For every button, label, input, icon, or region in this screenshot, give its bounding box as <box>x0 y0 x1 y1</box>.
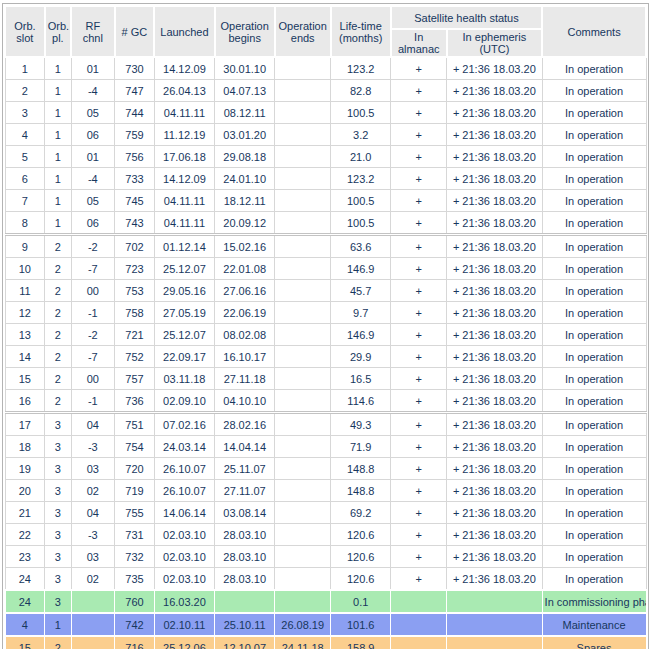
cell-slot: 24 <box>5 568 45 591</box>
cell-begins: 16.10.17 <box>215 346 275 368</box>
cell-begins: 20.09.12 <box>215 212 275 235</box>
cell-comments: In operation <box>542 546 646 568</box>
cell-slot: 1 <box>5 57 45 80</box>
cell-gc: 756 <box>115 146 155 168</box>
cell-ends <box>275 346 331 368</box>
table-row: 510175617.06.1829.08.1821.0++ 21:36 18.0… <box>5 146 646 168</box>
cell-life: 16.5 <box>331 368 391 390</box>
cell-pl: 3 <box>45 590 71 613</box>
cell-pl: 1 <box>45 613 71 636</box>
cell-begins: 14.04.14 <box>215 436 275 458</box>
cell-rf: -2 <box>71 235 115 258</box>
cell-begins: 08.12.11 <box>215 102 275 124</box>
cell-ends <box>275 235 331 258</box>
cell-rf: 06 <box>71 124 115 146</box>
cell-launched: 04.11.11 <box>154 102 214 124</box>
table-row: 810674304.11.1120.09.12100.5++ 21:36 18.… <box>5 212 646 235</box>
cell-launched: 25.12.06 <box>154 636 214 649</box>
cell-ephemeris: + 21:36 18.03.20 <box>447 502 543 524</box>
cell-almanac: + <box>391 302 447 324</box>
cell-ends: 24.11.18 <box>275 636 331 649</box>
cell-ephemeris: + 21:36 18.03.20 <box>447 390 543 413</box>
cell-launched: 02.09.10 <box>154 390 214 413</box>
table-row: 310574404.11.1108.12.11100.5++ 21:36 18.… <box>5 102 646 124</box>
cell-slot: 18 <box>5 436 45 458</box>
cell-almanac: + <box>391 368 447 390</box>
cell-ephemeris <box>447 590 543 613</box>
cell-comments: In operation <box>542 502 646 524</box>
cell-rf: -4 <box>71 168 115 190</box>
cell-life: 9.7 <box>331 302 391 324</box>
cell-begins: 03.01.20 <box>215 124 275 146</box>
cell-slot: 13 <box>5 324 45 346</box>
cell-begins: 12.10.07 <box>215 636 275 649</box>
cell-comments: In operation <box>542 458 646 480</box>
cell-rf: 03 <box>71 546 115 568</box>
cell-comments: In operation <box>542 212 646 235</box>
cell-launched: 16.03.20 <box>154 590 214 613</box>
cell-slot: 23 <box>5 546 45 568</box>
cell-comments: In operation <box>542 413 646 436</box>
header-operation-begins: Operation begins <box>215 6 275 57</box>
cell-almanac: + <box>391 324 447 346</box>
cell-rf: 00 <box>71 280 115 302</box>
cell-life: 114.6 <box>331 390 391 413</box>
cell-ephemeris: + 21:36 18.03.20 <box>447 524 543 546</box>
cell-almanac: + <box>391 390 447 413</box>
cell-ephemeris: + 21:36 18.03.20 <box>447 568 543 591</box>
cell-almanac: + <box>391 502 447 524</box>
cell-slot: 3 <box>5 102 45 124</box>
cell-comments: In operation <box>542 480 646 502</box>
cell-pl: 3 <box>45 413 71 436</box>
table-row: 2030271926.10.0727.11.07148.8++ 21:36 18… <box>5 480 646 502</box>
cell-gc: 758 <box>115 302 155 324</box>
cell-life: 49.3 <box>331 413 391 436</box>
cell-pl: 1 <box>45 102 71 124</box>
cell-gc: 731 <box>115 524 155 546</box>
cell-ends <box>275 80 331 102</box>
cell-launched: 14.06.14 <box>154 502 214 524</box>
cell-gc: 745 <box>115 190 155 212</box>
cell-launched: 02.03.10 <box>154 568 214 591</box>
cell-rf: -3 <box>71 524 115 546</box>
cell-comments: In operation <box>542 235 646 258</box>
cell-ends <box>275 57 331 80</box>
table-row: 162-173602.09.1004.10.10114.6++ 21:36 18… <box>5 390 646 413</box>
header-rf-chnl: RF chnl <box>71 6 115 57</box>
cell-pl: 3 <box>45 436 71 458</box>
header-gc: # GC <box>115 6 155 57</box>
cell-life: 45.7 <box>331 280 391 302</box>
cell-almanac: + <box>391 212 447 235</box>
cell-slot: 4 <box>5 613 45 636</box>
cell-gc: 702 <box>115 235 155 258</box>
cell-slot: 8 <box>5 212 45 235</box>
cell-ephemeris: + 21:36 18.03.20 <box>447 413 543 436</box>
cell-life: 82.8 <box>331 80 391 102</box>
cell-ends <box>275 390 331 413</box>
cell-life: 71.9 <box>331 436 391 458</box>
cell-ends <box>275 568 331 591</box>
cell-gc: 742 <box>115 613 155 636</box>
cell-ends <box>275 458 331 480</box>
cell-rf: 05 <box>71 190 115 212</box>
cell-ephemeris: + 21:36 18.03.20 <box>447 324 543 346</box>
cell-slot: 10 <box>5 258 45 280</box>
cell-pl: 2 <box>45 636 71 649</box>
cell-ephemeris: + 21:36 18.03.20 <box>447 258 543 280</box>
cell-comments: In operation <box>542 57 646 80</box>
cell-ends <box>275 502 331 524</box>
cell-rf: 04 <box>71 502 115 524</box>
cell-ephemeris: + 21:36 18.03.20 <box>447 102 543 124</box>
cell-almanac: + <box>391 190 447 212</box>
cell-ends <box>275 190 331 212</box>
cell-life: 148.8 <box>331 480 391 502</box>
cell-slot: 16 <box>5 390 45 413</box>
table-row: 2330373202.03.1028.03.10120.6++ 21:36 18… <box>5 546 646 568</box>
cell-ends <box>275 280 331 302</box>
cell-comments: In operation <box>542 146 646 168</box>
cell-launched: 11.12.19 <box>154 124 214 146</box>
cell-ends <box>275 546 331 568</box>
cell-ends <box>275 368 331 390</box>
cell-ephemeris: + 21:36 18.03.20 <box>447 190 543 212</box>
cell-pl: 3 <box>45 568 71 591</box>
